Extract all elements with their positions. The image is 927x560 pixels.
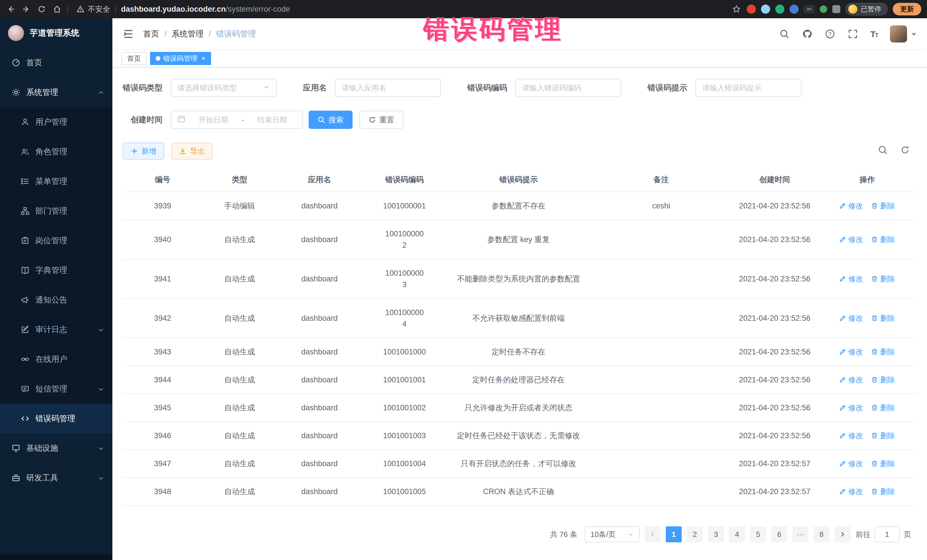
table-row: 3945 自动生成 dashboard 1001001002 只允许修改为开启或… (123, 394, 917, 422)
edit-button[interactable]: 修改 (839, 234, 863, 245)
reload-icon[interactable] (36, 4, 47, 14)
breadcrumb-home[interactable]: 首页 (143, 29, 159, 39)
profile-paused-badge[interactable]: 已暂停 (845, 3, 887, 15)
cell-id: 3948 (123, 478, 202, 505)
chevron-down-icon (97, 385, 104, 392)
security-warning[interactable]: 不安全 (76, 4, 110, 14)
sidebar-item-online-users[interactable]: 在线用户 (0, 344, 112, 374)
sidebar-item-menus[interactable]: 菜单管理 (0, 167, 112, 196)
create-time-label: 创建时间 (123, 114, 163, 125)
close-icon[interactable]: × (201, 55, 205, 62)
help-icon[interactable]: ? (825, 29, 836, 39)
edit-button[interactable]: 修改 (839, 430, 863, 442)
home-icon[interactable] (52, 4, 62, 14)
github-icon[interactable] (802, 29, 813, 39)
cell-actions: 修改 删除 (818, 338, 917, 366)
edit-button[interactable]: 修改 (839, 402, 863, 413)
browser-update-button[interactable]: 更新 (893, 3, 921, 15)
error-hint-label: 错误码提示 (647, 82, 687, 93)
sidebar-item-notices[interactable]: 通知公告 (0, 285, 112, 315)
tab-home[interactable]: 首页 (122, 52, 147, 65)
search-button[interactable]: 搜索 (308, 111, 353, 129)
export-button[interactable]: 导出 (171, 143, 213, 160)
forward-icon[interactable] (21, 4, 31, 14)
extension-on-badge[interactable]: on (804, 5, 815, 13)
sidebar-item-infrastructure[interactable]: 基础设施 (0, 433, 112, 463)
page-button[interactable]: ··· (792, 527, 808, 542)
delete-button[interactable]: 删除 (871, 234, 895, 245)
page-button[interactable]: 8 (813, 527, 830, 542)
delete-button[interactable]: 删除 (871, 402, 895, 413)
delete-button[interactable]: 删除 (871, 273, 895, 285)
sidebar-item-users[interactable]: 用户管理 (0, 107, 112, 137)
bookmark-star-icon[interactable] (731, 4, 742, 14)
page-button[interactable]: 3 (708, 527, 724, 542)
error-type-select[interactable]: 请选择错误码类型 (170, 79, 277, 97)
page-button[interactable]: 2 (687, 527, 703, 542)
extension-icon[interactable] (747, 5, 756, 14)
next-page-button[interactable] (834, 527, 851, 542)
sidebar-item-dev-tools[interactable]: 研发工具 (0, 463, 112, 493)
address-bar[interactable]: dashboard.yudao.iocoder.cn/system/error-… (121, 5, 290, 14)
tab-error-codes[interactable]: 错误码管理 × (150, 52, 211, 65)
edit-button[interactable]: 修改 (839, 200, 863, 212)
sidebar-item-home[interactable]: 首页 (0, 48, 112, 77)
delete-button[interactable]: 删除 (871, 486, 895, 497)
sidebar-item-audit-logs[interactable]: 审计日志 (0, 315, 112, 344)
app-name-input[interactable] (342, 83, 434, 93)
page-button[interactable]: 1 (666, 527, 682, 542)
delete-button[interactable]: 删除 (871, 430, 895, 442)
page-button[interactable]: 4 (729, 527, 745, 542)
sidebar-item-posts[interactable]: 岗位管理 (0, 226, 112, 255)
sidebar-item-departments[interactable]: 部门管理 (0, 196, 112, 226)
page-button[interactable]: 5 (750, 527, 766, 542)
extensions-puzzle-icon[interactable] (832, 5, 840, 13)
error-code-input[interactable] (522, 83, 614, 93)
sidebar-item-roles[interactable]: 角色管理 (0, 137, 112, 167)
user-icon (21, 117, 30, 127)
edit-button[interactable]: 修改 (839, 374, 863, 385)
cell-hint: 只允许修改为开启或者关闭状态 (447, 394, 590, 422)
edit-button[interactable]: 修改 (839, 313, 863, 324)
extension-icon[interactable] (820, 5, 827, 13)
extension-icon[interactable] (761, 5, 770, 14)
search-toggle-icon[interactable] (878, 145, 887, 157)
table-row: 3941 自动生成 dashboard 1001000003 不能删除类型为系统… (123, 260, 917, 299)
reset-button[interactable]: 重置 (359, 111, 403, 129)
chevron-down-icon (263, 83, 270, 93)
edit-button[interactable]: 修改 (839, 486, 863, 497)
page-button[interactable]: 6 (771, 527, 787, 542)
goto-page-input[interactable] (874, 527, 900, 542)
page-size-select[interactable]: 10条/页 (585, 527, 640, 542)
date-range-picker[interactable]: 开始日期 - 结束日期 (170, 111, 303, 129)
back-icon[interactable] (6, 4, 16, 14)
pencil-icon (839, 315, 846, 322)
edit-button[interactable]: 修改 (839, 273, 863, 285)
error-hint-input[interactable] (702, 83, 795, 93)
edit-button[interactable]: 修改 (839, 346, 863, 358)
add-button[interactable]: 新增 (123, 143, 164, 160)
sidebar-item-error-codes[interactable]: 错误码管理 (0, 404, 112, 433)
user-menu[interactable] (890, 25, 917, 42)
delete-button[interactable]: 删除 (871, 313, 895, 324)
extension-icon[interactable] (790, 5, 799, 14)
trash-icon (871, 315, 878, 322)
divider (67, 5, 68, 14)
font-size-icon[interactable]: TT (870, 29, 878, 39)
sidebar-item-system[interactable]: 系统管理 (0, 77, 112, 107)
refresh-icon[interactable] (900, 145, 910, 157)
prev-page-button[interactable] (644, 527, 661, 542)
breadcrumb-system[interactable]: 系统管理 (172, 29, 204, 39)
sidebar-item-sms[interactable]: 短信管理 (0, 374, 112, 404)
delete-button[interactable]: 删除 (871, 200, 895, 212)
fullscreen-icon[interactable] (847, 29, 858, 39)
search-icon[interactable] (779, 29, 790, 39)
edit-button[interactable]: 修改 (839, 458, 863, 469)
sidebar-item-dictionary[interactable]: 字典管理 (0, 255, 112, 285)
delete-button[interactable]: 删除 (871, 458, 895, 469)
delete-button[interactable]: 删除 (871, 374, 895, 385)
badge-icon (21, 236, 30, 245)
extension-icon[interactable] (775, 5, 784, 14)
delete-button[interactable]: 删除 (871, 346, 895, 358)
hamburger-icon[interactable] (123, 28, 134, 39)
